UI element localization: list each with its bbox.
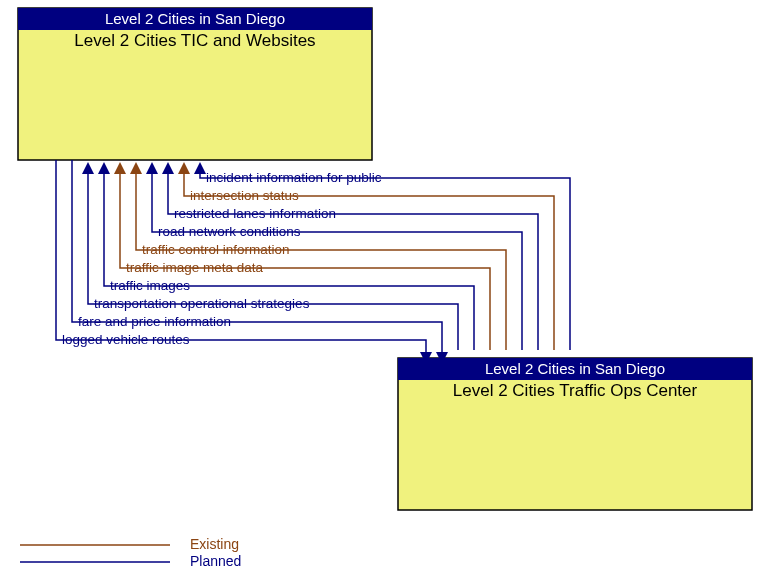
- flow-label: road network conditions: [158, 224, 301, 239]
- box-tic-websites: Level 2 Cities in San Diego Level 2 Citi…: [18, 8, 372, 160]
- box-top-title: Level 2 Cities TIC and Websites: [74, 31, 315, 50]
- box-top-header: Level 2 Cities in San Diego: [105, 10, 285, 27]
- legend-planned-label: Planned: [190, 553, 241, 569]
- flow-label: restricted lanes information: [174, 206, 336, 221]
- flow-label: incident information for public: [206, 170, 382, 185]
- legend: Existing Planned: [20, 536, 241, 569]
- flow-label: traffic image meta data: [126, 260, 264, 275]
- box-bottom-header: Level 2 Cities in San Diego: [485, 360, 665, 377]
- box-traffic-ops-center: Level 2 Cities in San Diego Level 2 Citi…: [398, 358, 752, 510]
- box-bottom-title: Level 2 Cities Traffic Ops Center: [453, 381, 698, 400]
- flow-label: traffic control information: [142, 242, 290, 257]
- flow-label: traffic images: [110, 278, 190, 293]
- architecture-diagram: Level 2 Cities in San Diego Level 2 Citi…: [0, 0, 764, 583]
- flow-label: fare and price information: [78, 314, 231, 329]
- flow-label: transportation operational strategies: [94, 296, 310, 311]
- legend-existing-label: Existing: [190, 536, 239, 552]
- flow-label: logged vehicle routes: [62, 332, 190, 347]
- flow-label: intersection status: [190, 188, 299, 203]
